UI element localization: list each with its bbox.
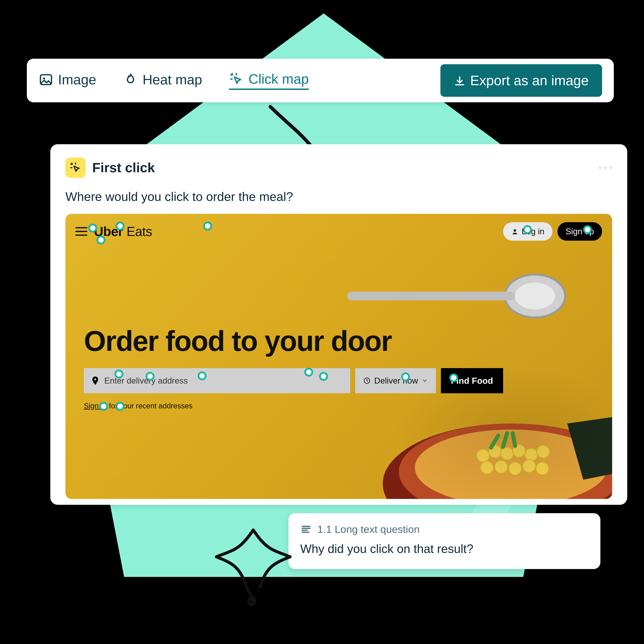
flame-icon: [123, 72, 138, 87]
svg-point-13: [513, 444, 526, 457]
first-click-card: First click Where would you click to ord…: [50, 144, 627, 505]
search-row: Enter delivery address Deliver now Find …: [84, 368, 503, 393]
svg-point-19: [523, 460, 536, 473]
svg-point-9: [415, 430, 607, 499]
card-prompt: Where would you click to order the meal?: [65, 190, 612, 204]
brand-logo[interactable]: Uber Eats: [94, 224, 152, 239]
svg-point-14: [525, 448, 538, 461]
pin-icon: [92, 377, 99, 385]
person-icon: [511, 228, 519, 235]
click-icon: [229, 72, 244, 86]
tab-image-label: Image: [58, 72, 96, 88]
svg-rect-5: [347, 292, 515, 300]
card-header: First click: [65, 158, 612, 178]
first-click-badge: [65, 158, 86, 178]
followup-card: 1.1 Long text question Why did you click…: [288, 513, 600, 569]
svg-point-20: [536, 462, 549, 475]
followup-header: 1.1 Long text question: [300, 523, 589, 535]
tab-heatmap-label: Heat map: [143, 72, 202, 88]
export-button-label: Export as an image: [470, 73, 589, 88]
download-icon: [454, 75, 466, 86]
tab-clickmap-label: Click map: [248, 71, 309, 87]
svg-point-16: [481, 461, 494, 474]
svg-point-22: [94, 379, 96, 381]
svg-point-17: [495, 460, 507, 473]
signup-button[interactable]: Sign up: [557, 222, 602, 241]
clock-icon: [363, 377, 371, 384]
chevron-down-icon: [422, 378, 428, 384]
card-title: First click: [92, 160, 155, 175]
tab-clickmap[interactable]: Click map: [229, 71, 309, 90]
brand-part-a: Uber: [94, 224, 123, 239]
longtext-icon: [300, 523, 312, 535]
svg-point-11: [489, 445, 501, 458]
export-button[interactable]: Export as an image: [440, 64, 602, 97]
spoon-illustration: [334, 264, 569, 328]
svg-point-8: [399, 423, 612, 499]
followup-question: Why did you click on that result?: [300, 542, 589, 556]
deliver-now-label: Deliver now: [374, 376, 418, 386]
image-icon: [39, 72, 53, 87]
login-label: Log in: [522, 227, 544, 236]
svg-point-18: [509, 462, 522, 475]
svg-point-12: [501, 447, 514, 460]
tab-image[interactable]: Image: [39, 72, 96, 89]
card-overflow-menu[interactable]: [598, 166, 612, 169]
svg-point-2: [43, 77, 45, 79]
tab-heatmap[interactable]: Heat map: [123, 72, 202, 89]
signup-label: Sign up: [566, 227, 594, 236]
followup-label: 1.1 Long text question: [317, 523, 420, 535]
site-topbar-right: Log in Sign up: [503, 222, 602, 241]
svg-point-7: [383, 423, 612, 499]
site-preview: Uber Eats Log in Sign up Order food to y…: [65, 214, 612, 499]
login-button[interactable]: Log in: [503, 222, 552, 241]
svg-point-3: [505, 275, 565, 317]
svg-point-6: [515, 283, 555, 309]
svg-point-4: [505, 275, 565, 317]
signin-link[interactable]: Sign In: [84, 402, 107, 410]
site-topbar: Uber Eats Log in Sign up: [75, 222, 602, 241]
brand-part-b: Eats: [126, 224, 152, 239]
hamburger-icon[interactable]: [75, 227, 87, 236]
address-placeholder: Enter delivery address: [104, 376, 188, 386]
signin-hint: Sign In for your recent addresses: [84, 402, 193, 410]
signin-rest: for your recent addresses: [107, 402, 193, 410]
site-headline: Order food to your door: [84, 325, 392, 357]
delivery-address-input[interactable]: Enter delivery address: [84, 368, 350, 393]
svg-point-15: [537, 445, 550, 458]
svg-point-21: [514, 229, 516, 232]
deliver-now-select[interactable]: Deliver now: [355, 368, 436, 393]
svg-point-10: [477, 449, 490, 462]
view-toolbar: Image Heat map Click map Export as an im…: [27, 59, 614, 102]
find-food-button[interactable]: Find Food: [441, 368, 503, 393]
find-food-label: Find Food: [451, 376, 493, 386]
